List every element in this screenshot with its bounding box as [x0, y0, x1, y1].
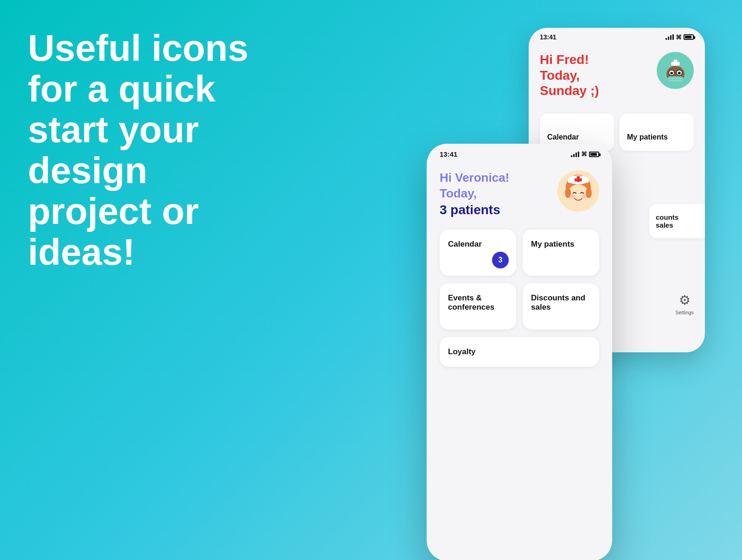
hero-line1: Useful icons: [28, 28, 315, 69]
hero-line3: start your: [28, 109, 315, 150]
front-discounts-label: Discounts and sales: [531, 293, 585, 312]
hero-line2: for a quick: [28, 69, 315, 109]
hero-line5: project or: [28, 191, 315, 232]
svg-rect-17: [575, 178, 582, 181]
nurse-avatar: [557, 170, 599, 212]
front-status-icons: ⌘: [571, 151, 599, 158]
back-status-bar: 13:41 ⌘: [529, 28, 705, 45]
front-time: 13:41: [440, 150, 457, 158]
back-settings: ⚙ Settings: [675, 293, 694, 315]
front-calendar-card[interactable]: Calendar 3: [440, 229, 516, 276]
svg-point-21: [570, 194, 575, 198]
front-badge: 3: [492, 252, 509, 268]
svg-point-8: [678, 71, 680, 74]
back-greeting-section: Hi Fred! Today, Sunday ;): [529, 45, 705, 106]
svg-rect-3: [671, 62, 679, 65]
back-patients-card[interactable]: My patients: [620, 114, 694, 151]
wifi-icon: ⌘: [676, 34, 682, 41]
hero-line4: design: [28, 150, 315, 191]
front-discounts-card[interactable]: Discounts and sales: [523, 283, 599, 330]
front-patients-label: My patients: [531, 240, 575, 248]
back-greeting-line1: Hi Fred!: [540, 52, 599, 68]
signal-icon: [665, 34, 674, 40]
front-greeting-text: Hi Veronica! Today, 3 patients: [440, 170, 509, 218]
svg-point-22: [582, 194, 587, 198]
hero-text: Useful icons for a quick start your desi…: [28, 28, 315, 273]
front-signal-icon: [571, 152, 579, 157]
front-greeting-line3: 3 patients: [440, 202, 509, 218]
svg-point-7: [670, 71, 673, 74]
front-wifi-icon: ⌘: [581, 151, 587, 158]
front-greeting-line1: Hi Veronica!: [440, 170, 509, 186]
front-menu-grid-2: Events & conferences Discounts and sales: [427, 283, 612, 337]
back-time: 13:41: [540, 33, 556, 41]
gear-icon: ⚙: [679, 293, 691, 308]
back-greeting-text: Hi Fred! Today, Sunday ;): [540, 52, 599, 99]
front-loyalty-card[interactable]: Loyalty: [440, 337, 599, 367]
front-menu-grid-1: Calendar 3 My patients: [427, 222, 612, 283]
front-calendar-label: Calendar: [448, 240, 482, 248]
doctor-avatar: [657, 52, 694, 89]
phone-front: 13:41 ⌘ Hi Veronica! Today, 3 patients: [427, 144, 612, 560]
hero-line6: ideas!: [28, 232, 315, 273]
battery-icon: [684, 34, 694, 40]
svg-rect-10: [667, 76, 684, 84]
back-greeting-line3: Sunday ;): [540, 83, 599, 99]
front-battery-icon: [589, 152, 599, 157]
back-discount-partial: countssales: [649, 204, 705, 238]
front-status-bar: 13:41 ⌘: [427, 144, 612, 163]
front-greeting-line2: Today,: [440, 186, 509, 202]
back-greeting-line2: Today,: [540, 68, 599, 83]
front-events-label: Events & conferences: [448, 293, 494, 312]
back-status-icons: ⌘: [665, 34, 694, 41]
front-loyalty-label: Loyalty: [448, 347, 476, 356]
front-greeting-section: Hi Veronica! Today, 3 patients: [427, 163, 612, 222]
front-patients-card[interactable]: My patients: [523, 229, 599, 276]
front-loyalty-section: Loyalty: [427, 337, 612, 367]
front-events-card[interactable]: Events & conferences: [440, 283, 516, 330]
